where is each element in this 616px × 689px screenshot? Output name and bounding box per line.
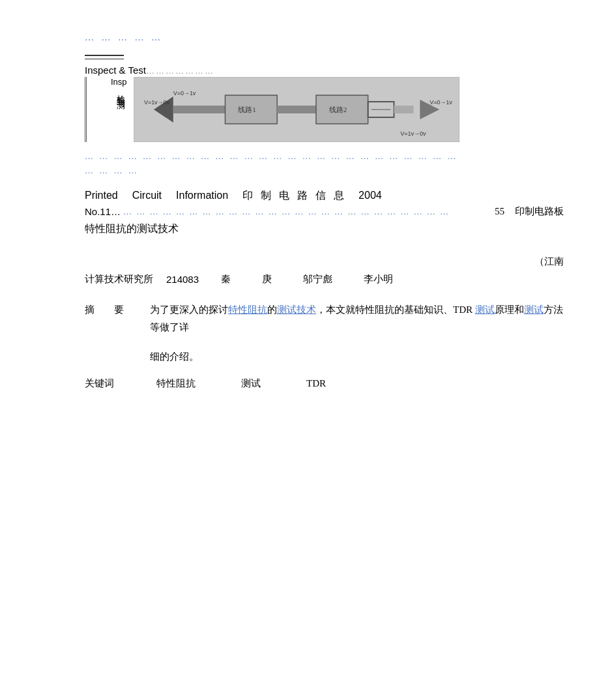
abstract-content: 为了更深入的探讨特性阻抗的测试技术，本文就特性阻抗的基础知识、TDR 测试原理和… — [150, 301, 564, 336]
authors-line: 计算技术研究所 214083 秦 庚 邬宁彪 李小明 — [85, 273, 564, 286]
svg-text:V=0→1v: V=0→1v — [430, 99, 452, 106]
sidebar-vertical-text: 检验与测 — [111, 88, 127, 96]
insp-abbrev: Insp — [111, 77, 127, 87]
abstract-highlight-1: 特性阻抗 — [228, 304, 267, 315]
institute-full: 计算技术研究所 — [85, 273, 153, 286]
abstract-label: 摘 要 — [85, 301, 137, 336]
abstract-section: 摘 要 为了更深入的探讨特性阻抗的测试技术，本文就特性阻抗的基础知识、TDR 测… — [85, 301, 564, 336]
title-chinese: 印 制 电 路 信 息 — [242, 189, 347, 203]
inspect-test-header: Inspect & Test………………… — [85, 65, 564, 76]
sidebar-double-line — [85, 77, 90, 142]
no-page: 55 — [495, 206, 505, 217]
abstract-highlight-4: 测试 — [524, 304, 544, 315]
circuit-diagram-svg: V=1v→0v V=0→1v 线路1 线路2 V=1v→0v V=0→1v — [134, 77, 459, 142]
title-information: Information — [176, 190, 228, 201]
title-year: 2004 — [359, 190, 382, 201]
keyword-2: 测试 — [241, 377, 261, 390]
author1: 秦 — [221, 273, 231, 286]
keyword-1: 特性阻抗 — [156, 377, 196, 390]
author2: 庚 — [262, 273, 272, 286]
divider-line-2 — [85, 59, 124, 59]
abstract-row: 摘 要 为了更深入的探讨特性阻抗的测试技术，本文就特性阻抗的基础知识、TDR 测… — [85, 301, 564, 336]
svg-text:V=1v→0v: V=1v→0v — [144, 99, 170, 106]
svg-text:V=0→1v: V=0→1v — [173, 90, 196, 96]
inspect-test-dots: ………………… — [146, 66, 214, 76]
abstract-continue: 细的介绍。 — [150, 348, 564, 366]
institute-code: 214083 — [166, 274, 199, 285]
no-dots: … … … … … … … … … … … … … … … … … … … … … — [123, 207, 484, 217]
no-cn-title: 印制电路板 — [515, 205, 564, 218]
top-dots-line: … … … … … — [85, 33, 564, 43]
sidebar-section: Insp 检验与测 V=1v→0v V=0→1v 线路1 — [85, 77, 564, 142]
svg-text:线路2: 线路2 — [329, 106, 346, 113]
dots-line-short: … … … … — [85, 166, 564, 176]
article-title-row: Printed Circuit Information 印 制 电 路 信 息 … — [85, 189, 564, 203]
svg-rect-7 — [277, 106, 316, 113]
authors-group: 秦 庚 邬宁彪 李小明 — [212, 273, 402, 286]
inspect-test-label: Inspect & Test — [85, 65, 146, 76]
svg-text:线路1: 线路1 — [238, 106, 256, 113]
institute-line: （江南 — [85, 256, 564, 268]
title-printed: Printed — [85, 190, 118, 201]
article-no-line: No.11… … … … … … … … … … … … … … … … … …… — [85, 205, 564, 218]
svg-text:V=1v→0v: V=1v→0v — [400, 130, 426, 137]
main-cn-title: 特性阻抗的测试技术 — [85, 220, 564, 237]
no-label: No.11… — [85, 206, 121, 217]
abstract-highlight-3: 测试 — [475, 304, 495, 315]
author4: 李小明 — [364, 273, 393, 286]
title-circuit: Circuit — [132, 190, 162, 201]
author3: 邬宁彪 — [303, 273, 332, 286]
keywords-label: 关键词 — [85, 377, 130, 390]
keyword-3: TDR — [306, 378, 326, 389]
institute-label: （江南 — [535, 256, 564, 267]
circuit-image-container: V=1v→0v V=0→1v 线路1 线路2 V=1v→0v V=0→1v — [134, 77, 460, 142]
page-container: … … … … … Inspect & Test………………… Insp 检验与… — [0, 0, 616, 689]
svg-rect-2 — [173, 106, 225, 113]
divider-line-1 — [85, 55, 124, 56]
sidebar-text-col: Insp 检验与测 — [111, 77, 127, 142]
keywords-row: 关键词 特性阻抗 测试 TDR — [85, 377, 564, 390]
dots-line-long: … … … … … … … … … … … … … … … … … … … … … — [85, 151, 564, 162]
abstract-highlight-2: 测试技术 — [277, 304, 316, 315]
svg-rect-12 — [394, 106, 413, 113]
left-sidebar — [85, 77, 104, 142]
